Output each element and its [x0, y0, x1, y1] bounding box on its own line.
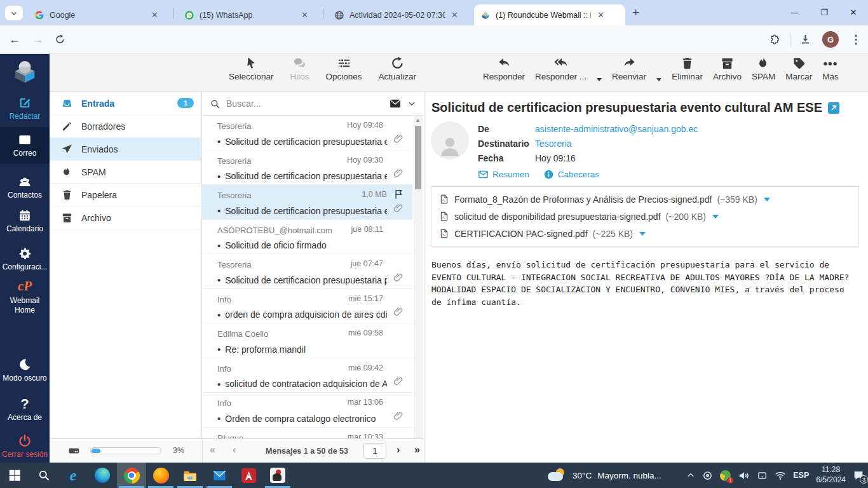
taskbar-mail-button[interactable]	[205, 463, 234, 488]
downloads-icon[interactable]	[799, 34, 811, 46]
search-input[interactable]	[226, 98, 383, 109]
taskbar-clock[interactable]: 11:28 6/5/2024	[816, 465, 846, 485]
tab-roundcube-active[interactable]: (1) Roundcube Webmail :: Envia ✕	[474, 4, 625, 25]
tray-record-icon[interactable]	[702, 470, 713, 481]
forward-dropdown-icon[interactable]	[656, 78, 661, 81]
taskbar-firefox-button[interactable]	[146, 463, 175, 488]
window-close-button[interactable]: ✕	[839, 0, 868, 24]
last-page-button[interactable]: »	[414, 444, 420, 456]
search-scope-mail-icon[interactable]	[389, 97, 402, 110]
list-item[interactable]: Tesoreria Hoy 09:30 Solicitud de certifi…	[202, 151, 412, 186]
folder-entrada[interactable]: Entrada 1	[50, 92, 201, 115]
threads-button[interactable]: Hilos	[290, 56, 309, 81]
start-button[interactable]	[0, 463, 29, 488]
tray-expand-icon[interactable]	[686, 471, 695, 480]
flag-icon[interactable]	[393, 189, 405, 200]
refresh-button[interactable]: Actualizar	[379, 56, 416, 81]
attachment-name[interactable]: Formato_8_Razón de Proformas y Análisis …	[454, 194, 712, 205]
reply-all-dropdown-icon[interactable]	[597, 78, 602, 81]
tray-wifi-icon[interactable]	[775, 470, 786, 481]
more-button[interactable]: ••• Más	[822, 56, 839, 81]
summary-button[interactable]: Resumen	[478, 169, 529, 180]
next-page-button[interactable]: ›	[397, 444, 400, 456]
weather-widget[interactable]: 30°C Mayorm. nubla...	[548, 463, 661, 488]
mark-button[interactable]: Marcar	[785, 56, 812, 81]
taskbar-chrome-button[interactable]	[117, 463, 146, 488]
select-button[interactable]: Seleccionar	[229, 56, 274, 81]
folder-papelera[interactable]: Papelera	[50, 184, 201, 207]
attachment-dropdown-icon[interactable]	[639, 232, 646, 236]
list-item[interactable]: Info mar 13:06 Orden de compra catalogo …	[202, 393, 412, 428]
scroll-up-icon[interactable]: ▲	[415, 117, 421, 123]
list-item[interactable]: Rluque mar 10:33	[202, 428, 412, 439]
action-center-icon[interactable]: 3	[853, 470, 864, 481]
forward-button[interactable]: Reenviar	[612, 56, 646, 81]
taskbar-acrobat-button[interactable]	[234, 463, 263, 488]
tab-search-button[interactable]	[5, 6, 23, 20]
attachment-item[interactable]: solicitud de disponibilidad presupuestar…	[431, 208, 858, 225]
sidebar-item-correo[interactable]: Correo	[0, 133, 50, 158]
window-minimize-button[interactable]: —	[780, 0, 810, 24]
sidebar-item-configuracion[interactable]: Configuraci...	[0, 247, 50, 272]
folder-enviados[interactable]: Enviados	[50, 138, 201, 161]
list-item[interactable]: Info mié 15:17 orden de compra adquisici…	[202, 289, 412, 324]
attachment-dropdown-icon[interactable]	[764, 198, 770, 201]
attachment-dropdown-icon[interactable]	[712, 215, 719, 219]
tab-close-icon[interactable]: ✕	[450, 10, 459, 20]
sidebar-item-webmail-home[interactable]: cP Webmail Home	[0, 278, 50, 315]
tray-antivirus-icon[interactable]	[720, 470, 731, 481]
reply-all-button[interactable]: Responder ...	[535, 56, 587, 81]
folder-archivo[interactable]: Archivo	[50, 207, 201, 229]
folder-spam[interactable]: SPAM	[50, 161, 201, 184]
list-item[interactable]: Tesoreria Hoy 09:48 Solicitud de certifi…	[202, 116, 412, 151]
sidebar-item-cerrar-sesion[interactable]: Cerrar sesión	[0, 434, 50, 459]
tab-close-icon[interactable]: ✕	[300, 10, 309, 20]
tab-whatsapp[interactable]: (15) WhatsApp ✕	[178, 4, 319, 25]
folder-borradores[interactable]: Borradores	[50, 115, 201, 138]
list-item[interactable]: ASOPROTEBU_@hotmail.com jue 08:11 Solici…	[202, 220, 412, 255]
delete-button[interactable]: Eliminar	[672, 56, 703, 81]
first-page-button[interactable]: «	[210, 444, 215, 456]
attachment-name[interactable]: solicitud de disponibilidad presupuestar…	[454, 212, 661, 222]
archive-button[interactable]: Archivo	[713, 56, 742, 81]
language-indicator[interactable]: ESP	[793, 471, 809, 480]
scrollbar-thumb[interactable]	[415, 126, 421, 189]
window-restore-button[interactable]: ❐	[810, 0, 839, 24]
tab-actividad[interactable]: Actividad 2024-05-02 07:30:00 ✕	[328, 4, 469, 25]
page-number-input[interactable]	[363, 443, 386, 459]
prev-page-button[interactable]: ‹	[233, 444, 236, 456]
new-tab-button[interactable]: +	[632, 6, 639, 20]
tab-close-icon[interactable]: ✕	[596, 10, 606, 20]
list-item[interactable]: Info mié 09:42 solicitud de contratacion…	[202, 358, 412, 393]
taskbar-search-button[interactable]	[29, 463, 58, 488]
open-in-new-window-icon[interactable]	[828, 102, 839, 114]
sidebar-item-modo-oscuro[interactable]: Modo oscuro	[0, 358, 50, 383]
tab-google[interactable]: Google ✕	[28, 4, 169, 25]
search-options-chevron-icon[interactable]	[407, 99, 416, 108]
back-button[interactable]: ←	[9, 33, 20, 46]
attachment-item[interactable]: Formato_8_Razón de Proformas y Análisis …	[431, 191, 858, 208]
sidebar-item-calendario[interactable]: Calendario	[0, 208, 50, 234]
options-button[interactable]: Opciones	[326, 56, 362, 81]
recipient-value[interactable]: Tesoreria	[535, 139, 572, 149]
forward-button[interactable]: →	[32, 33, 43, 46]
taskbar-java-button[interactable]	[263, 463, 292, 488]
attachment-name[interactable]: CERTIFICACION PAC-signed.pdf	[454, 229, 588, 239]
taskbar-edge-button[interactable]	[88, 463, 117, 488]
chrome-menu-icon[interactable]: ⋮	[850, 32, 862, 46]
list-scrollbar[interactable]: ▲	[414, 116, 423, 438]
tab-close-icon[interactable]: ✕	[150, 10, 159, 20]
attachment-item[interactable]: CERTIFICACION PAC-signed.pdf (~225 KB)	[431, 225, 858, 242]
spam-button[interactable]: SPAM	[752, 56, 775, 81]
list-item-selected[interactable]: Tesoreria 1,0 MB Solicitud de certificac…	[202, 185, 412, 220]
from-address[interactable]: asistente-administrativo@sanjuan.gob.ec	[535, 124, 698, 134]
tray-display-icon[interactable]	[757, 470, 768, 481]
sidebar-item-redactar[interactable]: Redactar	[0, 96, 50, 121]
profile-avatar[interactable]: G	[822, 31, 839, 48]
reply-button[interactable]: Responder	[483, 56, 525, 81]
list-item[interactable]: Tesoreria jue 07:47 Solicitud de certifi…	[202, 254, 412, 289]
list-item[interactable]: Edilma Coello mié 09:58 Re: proforma man…	[202, 323, 412, 358]
headers-button[interactable]: Cabeceras	[543, 169, 599, 180]
tray-volume-icon[interactable]	[738, 470, 750, 482]
extensions-icon[interactable]	[769, 34, 780, 45]
